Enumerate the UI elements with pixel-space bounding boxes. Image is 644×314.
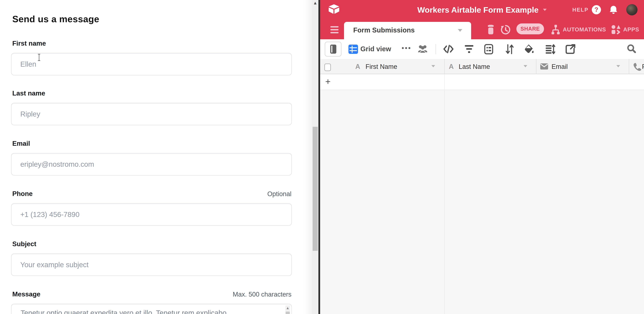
contact-form-pane: Send us a message First name Last name E… (0, 0, 312, 314)
history-icon[interactable] (501, 25, 510, 35)
apps-label: APPS (623, 26, 639, 33)
phone-optional-hint: Optional (267, 190, 292, 198)
group-icon[interactable] (484, 44, 493, 54)
last-name-input[interactable] (11, 103, 292, 125)
column-divider[interactable] (444, 59, 445, 74)
last-name-label: Last name (12, 90, 45, 97)
phone-input[interactable] (11, 203, 292, 226)
phone-field-type-icon (633, 63, 641, 71)
form-title: Send us a message (12, 14, 99, 24)
message-placeholder-text: Tenetur optio quaerat expedita vero et i… (21, 309, 226, 314)
text-cursor-icon (37, 54, 41, 61)
collaborators-icon[interactable] (418, 44, 428, 54)
column-header-phone[interactable]: Phone (642, 63, 644, 70)
airtable-top-bar: Workers Airtable Form Example HELP ? (320, 0, 644, 20)
email-label: Email (12, 140, 30, 147)
column-divider (444, 90, 445, 314)
view-more-options-icon[interactable]: ••• (402, 45, 412, 52)
toolbar-divider (436, 44, 436, 54)
window-divider (318, 0, 320, 314)
column-header-first-name[interactable]: First Name (366, 63, 397, 70)
column-caret-icon[interactable] (432, 65, 435, 67)
column-divider[interactable] (536, 59, 536, 74)
text-field-type-icon: A (449, 63, 454, 70)
select-all-checkbox[interactable] (324, 64, 331, 71)
table-tab-bar: Form Submissions SHARE (320, 20, 644, 39)
trash-icon[interactable] (486, 25, 495, 34)
message-scrollbar-up-arrow[interactable]: ▲ (285, 306, 290, 310)
row-height-icon[interactable] (545, 44, 555, 54)
tab-caret-icon[interactable] (458, 29, 462, 32)
subject-label: Subject (12, 240, 36, 248)
hide-fields-icon[interactable] (443, 44, 454, 54)
message-label: Message (12, 290, 40, 298)
filter-icon[interactable] (464, 44, 474, 54)
base-title: Workers Airtable Form Example (418, 5, 538, 15)
airtable-pane: Workers Airtable Form Example HELP ? For… (320, 0, 644, 314)
color-icon[interactable] (524, 44, 534, 55)
sort-icon[interactable] (506, 44, 514, 54)
email-field-type-icon (540, 63, 548, 70)
column-header-email[interactable]: Email (552, 63, 568, 70)
share-button[interactable]: SHARE (516, 24, 544, 34)
apps-icon (611, 25, 621, 34)
automations-label: AUTOMATIONS (563, 26, 606, 33)
automations-button[interactable]: AUTOMATIONS (551, 25, 606, 34)
message-textarea[interactable]: Tenetur optio quaerat expedita vero et i… (11, 304, 292, 314)
view-name-label[interactable]: Grid view (360, 45, 391, 53)
share-view-icon[interactable] (566, 44, 576, 54)
grid-view-icon[interactable] (348, 45, 358, 54)
column-divider[interactable] (629, 59, 629, 74)
phone-label: Phone (12, 190, 32, 197)
table-list-menu-icon[interactable] (330, 26, 338, 33)
first-name-input[interactable] (11, 53, 292, 75)
apps-button[interactable]: APPS (611, 25, 639, 34)
tab-form-submissions[interactable]: Form Submissions (344, 22, 471, 39)
add-row-plus-icon[interactable]: + (325, 76, 331, 87)
form-scrollbar-up-arrow[interactable]: ▲ (312, 0, 318, 6)
view-toolbar: Grid view ••• (320, 39, 644, 59)
help-button[interactable]: HELP (572, 7, 588, 13)
form-pane-edge-shade (304, 0, 312, 314)
notifications-bell-icon[interactable] (609, 5, 618, 15)
view-sidebar-toggle-button[interactable] (325, 42, 342, 57)
column-divider (444, 74, 445, 90)
text-field-type-icon: A (355, 63, 360, 70)
tab-form-submissions-label: Form Submissions (353, 26, 415, 34)
add-row[interactable]: + (320, 74, 644, 90)
column-header-last-name[interactable]: Last Name (459, 63, 490, 70)
base-title-caret-icon (543, 9, 547, 11)
sidebar-toggle-icon (330, 45, 336, 54)
automations-icon (551, 25, 560, 34)
app-root: Send us a message First name Last name E… (0, 0, 644, 314)
base-title-menu[interactable]: Workers Airtable Form Example (418, 0, 547, 20)
table-header-row: A First Name A Last Name Email Phone (320, 59, 644, 74)
column-caret-icon[interactable] (524, 65, 527, 67)
airtable-logo-icon[interactable] (328, 4, 340, 14)
first-name-label: First name (12, 40, 46, 47)
form-scrollbar-thumb[interactable] (312, 127, 318, 251)
email-input[interactable] (11, 153, 292, 175)
message-maxchars-hint: Max. 500 characters (233, 291, 292, 298)
column-caret-icon[interactable] (616, 65, 620, 67)
subject-input[interactable] (11, 253, 292, 276)
message-scrollbar-thumb[interactable] (286, 311, 290, 314)
user-avatar[interactable] (626, 4, 638, 15)
help-question-icon[interactable]: ? (592, 5, 601, 14)
search-icon[interactable] (626, 44, 636, 54)
grid-empty-area (320, 90, 644, 314)
